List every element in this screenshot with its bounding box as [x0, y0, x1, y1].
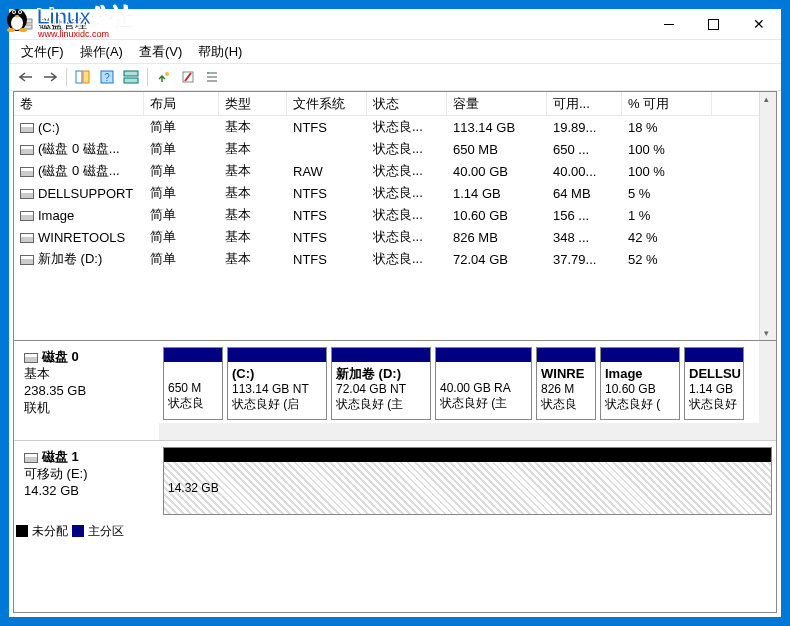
- volume-scrollbar[interactable]: [759, 92, 776, 340]
- partition[interactable]: DELLSU1.14 GB状态良好: [684, 347, 744, 420]
- volume-row[interactable]: DELLSUPPORT简单基本NTFS状态良...1.14 GB64 MB5 %: [14, 182, 776, 204]
- volume-list-header: 卷 布局 类型 文件系统 状态 容量 可用... % 可用: [14, 92, 776, 116]
- menu-action[interactable]: 操作(A): [72, 40, 131, 64]
- disk-icon: [24, 453, 38, 463]
- disk-0-size: 238.35 GB: [24, 383, 86, 398]
- layout-button[interactable]: [120, 66, 142, 88]
- disk-1-partitions: 14.32 GB: [159, 441, 776, 521]
- toolbar: ?: [9, 63, 781, 91]
- disk-0-info[interactable]: 磁盘 0 基本 238.35 GB 联机: [14, 341, 159, 440]
- window-title: 磁盘管理: [39, 16, 87, 33]
- refresh-button[interactable]: [153, 66, 175, 88]
- partition[interactable]: WINRE826 M状态良: [536, 347, 596, 420]
- menu-view[interactable]: 查看(V): [131, 40, 190, 64]
- minimize-button[interactable]: [646, 9, 691, 39]
- back-button[interactable]: [15, 66, 37, 88]
- svg-point-12: [20, 26, 22, 28]
- col-fs[interactable]: 文件系统: [287, 92, 367, 115]
- help-button[interactable]: ?: [96, 66, 118, 88]
- disk-1-size: 14.32 GB: [24, 483, 79, 498]
- svg-rect-14: [83, 71, 89, 83]
- disk-icon: [24, 353, 38, 363]
- disk-0-status: 联机: [24, 400, 50, 415]
- col-layout[interactable]: 布局: [144, 92, 219, 115]
- content-area: 卷 布局 类型 文件系统 状态 容量 可用... % 可用 (C:)简单基本NT…: [9, 91, 781, 617]
- volume-row[interactable]: WINRETOOLS简单基本NTFS状态良...826 MB348 ...42 …: [14, 226, 776, 248]
- disk-1-title: 磁盘 1: [42, 449, 79, 464]
- col-volume[interactable]: 卷: [14, 92, 144, 115]
- properties-button[interactable]: [177, 66, 199, 88]
- col-free[interactable]: 可用...: [547, 92, 622, 115]
- svg-point-19: [165, 72, 169, 76]
- list-button[interactable]: [201, 66, 223, 88]
- disk-0-row: 磁盘 0 基本 238.35 GB 联机 650 M状态良 (C:)113.14…: [14, 341, 776, 441]
- volume-row[interactable]: (磁盘 0 磁盘...简单基本RAW状态良...40.00 GB40.00...…: [14, 160, 776, 182]
- volume-row[interactable]: (磁盘 0 磁盘...简单基本状态良...650 MB650 ...100 %: [14, 138, 776, 160]
- col-type[interactable]: 类型: [219, 92, 287, 115]
- main-window: 磁盘管理 ✕ 文件(F) 操作(A) 查看(V) 帮助(H) ? 卷 布局 类型: [8, 8, 782, 618]
- window-controls: ✕: [646, 9, 781, 39]
- disk-v-scrollbar[interactable]: [759, 341, 776, 440]
- legend-primary-label: 主分区: [88, 523, 124, 540]
- titlebar: 磁盘管理 ✕: [9, 9, 781, 39]
- disk-h-scrollbar[interactable]: [159, 423, 759, 440]
- volume-row[interactable]: Image简单基本NTFS状态良...10.60 GB156 ...1 %: [14, 204, 776, 226]
- partition-unallocated[interactable]: 14.32 GB: [163, 447, 772, 515]
- menu-file[interactable]: 文件(F): [13, 40, 72, 64]
- partition[interactable]: 新加卷 (D:)72.04 GB NT状态良好 (主: [331, 347, 431, 420]
- volume-list: 卷 布局 类型 文件系统 状态 容量 可用... % 可用 (C:)简单基本NT…: [13, 91, 777, 341]
- legend: 未分配 主分区: [14, 521, 776, 541]
- maximize-button[interactable]: [691, 9, 736, 39]
- disk-pane: 磁盘 0 基本 238.35 GB 联机 650 M状态良 (C:)113.14…: [13, 341, 777, 613]
- partition[interactable]: 650 M状态良: [163, 347, 223, 420]
- menu-help[interactable]: 帮助(H): [190, 40, 250, 64]
- close-button[interactable]: ✕: [736, 9, 781, 39]
- partition[interactable]: (C:)113.14 GB NT状态良好 (启: [227, 347, 327, 420]
- disk-0-title: 磁盘 0: [42, 349, 79, 364]
- svg-text:?: ?: [104, 72, 110, 83]
- legend-primary-icon: [72, 525, 84, 537]
- disk-0-type: 基本: [24, 366, 50, 381]
- volume-row[interactable]: 新加卷 (D:)简单基本NTFS状态良...72.04 GB37.79...52…: [14, 248, 776, 270]
- col-capacity[interactable]: 容量: [447, 92, 547, 115]
- disk-0-partitions: 650 M状态良 (C:)113.14 GB NT状态良好 (启 新加卷 (D:…: [159, 341, 776, 440]
- legend-unalloc-label: 未分配: [32, 523, 68, 540]
- disk-1-info[interactable]: 磁盘 1 可移动 (E:) 14.32 GB: [14, 441, 159, 521]
- svg-point-11: [20, 20, 22, 22]
- svg-rect-13: [76, 71, 82, 83]
- disk-1-type: 可移动 (E:): [24, 466, 88, 481]
- col-pct[interactable]: % 可用: [622, 92, 712, 115]
- svg-rect-18: [124, 78, 138, 83]
- menubar: 文件(F) 操作(A) 查看(V) 帮助(H): [9, 39, 781, 63]
- col-status[interactable]: 状态: [367, 92, 447, 115]
- partition[interactable]: 40.00 GB RA状态良好 (主: [435, 347, 532, 420]
- partition-size: 14.32 GB: [168, 481, 219, 495]
- partition[interactable]: Image10.60 GB状态良好 (: [600, 347, 680, 420]
- app-icon: [17, 16, 33, 32]
- volume-row[interactable]: (C:)简单基本NTFS状态良...113.14 GB19.89...18 %: [14, 116, 776, 138]
- show-hide-button[interactable]: [72, 66, 94, 88]
- legend-unalloc-icon: [16, 525, 28, 537]
- svg-point-24: [207, 72, 209, 74]
- disk-1-row: 磁盘 1 可移动 (E:) 14.32 GB 14.32 GB: [14, 441, 776, 521]
- svg-rect-17: [124, 71, 138, 76]
- forward-button[interactable]: [39, 66, 61, 88]
